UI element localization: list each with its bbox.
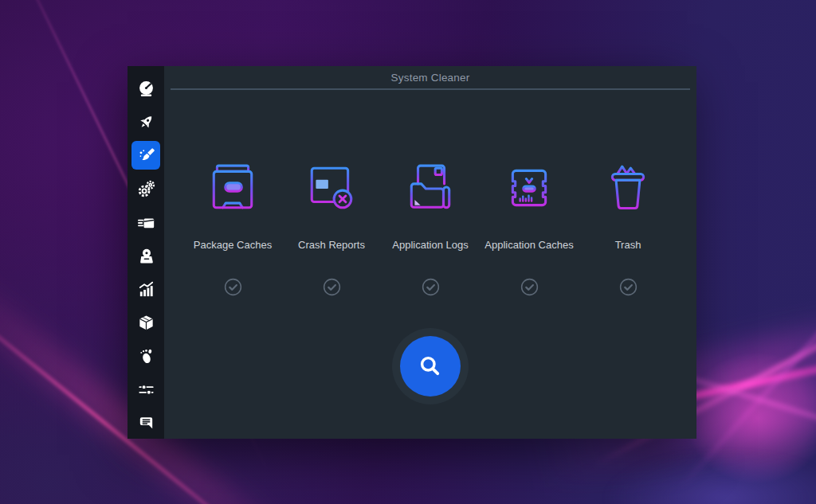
sidebar-item-resources[interactable]: [131, 275, 160, 303]
check-circle-icon: [224, 278, 242, 296]
search-icon: [418, 354, 442, 378]
gnome-foot-icon: [137, 347, 155, 365]
crash-reports-icon: [305, 162, 358, 214]
category-label: Crash Reports: [298, 232, 365, 259]
check-circle-icon: [619, 278, 638, 296]
application-logs-icon: [404, 162, 457, 214]
package-caches-icon: [206, 162, 259, 214]
app-window: System Cleaner: [128, 66, 687, 439]
page-title: System Cleaner: [391, 72, 470, 84]
check-circle-icon: [422, 278, 440, 296]
wallpaper-streak: [678, 263, 816, 490]
category-label: Application Caches: [484, 232, 573, 259]
rocket-icon: [137, 113, 155, 131]
sidebar: [128, 66, 164, 439]
sidebar-item-settings[interactable]: [131, 375, 160, 404]
gears-icon: [137, 180, 155, 198]
trash-icon: [602, 162, 654, 214]
sidebar-item-startup-apps[interactable]: [131, 107, 160, 136]
sidebar-item-gnome-settings[interactable]: [131, 342, 160, 370]
sidebar-item-uninstaller[interactable]: [131, 241, 160, 270]
sidebar-item-system-cleaner[interactable]: [131, 141, 160, 170]
category-application-logs: Application Logs: [381, 162, 480, 296]
page-header: System Cleaner: [171, 66, 690, 90]
category-application-caches: Application Caches: [480, 162, 579, 296]
category-label: Trash: [615, 232, 641, 259]
scan-row: [164, 328, 696, 404]
cleaner-categories: Package Caches: [164, 162, 696, 296]
check-circle-icon: [520, 278, 539, 296]
resources-chart-icon: [137, 280, 155, 299]
speedometer-icon: [137, 80, 155, 98]
sidebar-item-packages[interactable]: [131, 308, 160, 337]
category-checkbox[interactable]: [422, 278, 440, 296]
sidebar-item-services[interactable]: [131, 174, 160, 203]
message-icon: [137, 414, 155, 432]
category-trash: Trash: [579, 162, 677, 296]
sliders-icon: [137, 381, 155, 399]
wallpaper-glow: [558, 434, 816, 504]
category-checkbox[interactable]: [323, 278, 341, 296]
category-crash-reports: Crash Reports: [282, 162, 381, 296]
sidebar-item-feedback[interactable]: [131, 408, 160, 437]
clean-brush-icon: [137, 147, 155, 165]
check-circle-icon: [323, 278, 341, 296]
category-checkbox[interactable]: [224, 278, 242, 296]
scan-button-halo: [392, 328, 469, 404]
category-package-caches: Package Caches: [183, 162, 282, 296]
package-box-icon: [137, 314, 155, 332]
sidebar-item-processes[interactable]: [131, 208, 160, 236]
main-content: System Cleaner: [164, 66, 696, 439]
category-checkbox[interactable]: [520, 278, 539, 296]
sidebar-item-dashboard[interactable]: [131, 74, 160, 103]
category-label: Application Logs: [392, 232, 468, 259]
screen: System Cleaner: [0, 0, 816, 504]
scan-button[interactable]: [400, 336, 461, 397]
category-checkbox[interactable]: [619, 278, 638, 296]
processes-icon: [137, 213, 155, 232]
application-caches-icon: [503, 162, 555, 214]
uninstaller-icon: [137, 247, 155, 265]
category-label: Package Caches: [194, 232, 272, 259]
